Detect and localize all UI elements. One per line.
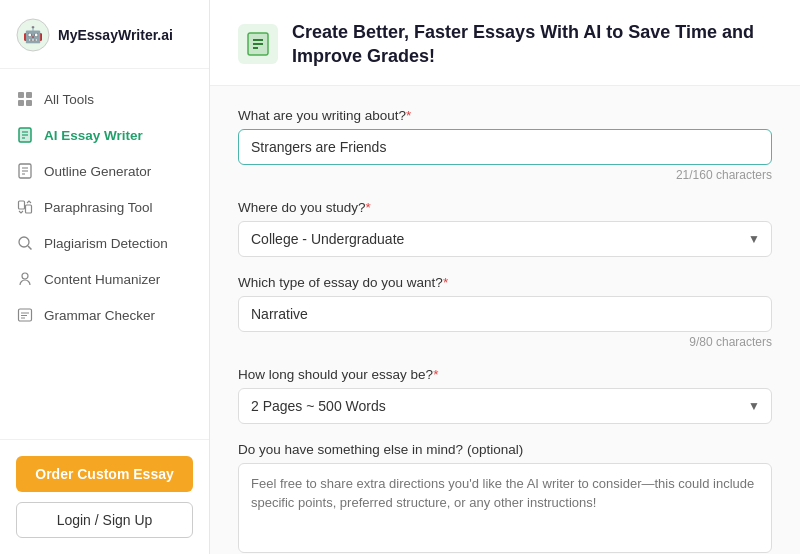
sidebar-item-paraphrasing-tool[interactable]: Paraphrasing Tool <box>0 189 209 225</box>
page-title: Create Better, Faster Essays With AI to … <box>292 20 772 69</box>
paraphrasing-tool-icon <box>16 198 34 216</box>
svg-rect-15 <box>19 201 25 209</box>
essay-type-input[interactable] <box>238 296 772 332</box>
sidebar: 🤖 MyEssayWriter.ai All Tools AI Essay Wr… <box>0 0 210 554</box>
ai-essay-writer-icon <box>16 126 34 144</box>
sidebar-item-plagiarism-detection[interactable]: Plagiarism Detection <box>0 225 209 261</box>
all-tools-icon <box>16 90 34 108</box>
sidebar-label-grammar-checker: Grammar Checker <box>44 308 155 323</box>
sidebar-label-ai-essay-writer: AI Essay Writer <box>44 128 143 143</box>
sidebar-nav: All Tools AI Essay Writer Outline Genera… <box>0 69 209 439</box>
study-select[interactable]: High School College - Undergraduate Grad… <box>238 221 772 257</box>
svg-rect-2 <box>18 92 24 98</box>
essay-type-group: Which type of essay do you want?* 9/80 c… <box>238 275 772 349</box>
sidebar-item-ai-essay-writer[interactable]: AI Essay Writer <box>0 117 209 153</box>
logo-icon: 🤖 <box>16 18 50 52</box>
extra-label: Do you have something else in mind? (opt… <box>238 442 772 457</box>
sidebar-label-plagiarism-detection: Plagiarism Detection <box>44 236 168 251</box>
essay-type-label: Which type of essay do you want?* <box>238 275 772 290</box>
extra-group: Do you have something else in mind? (opt… <box>238 442 772 554</box>
svg-point-19 <box>22 273 28 279</box>
topic-group: What are you writing about?* 21/160 char… <box>238 108 772 182</box>
outline-generator-icon <box>16 162 34 180</box>
topic-input[interactable] <box>238 129 772 165</box>
study-label: Where do you study?* <box>238 200 772 215</box>
topic-char-count: 21/160 characters <box>238 168 772 182</box>
sidebar-item-all-tools[interactable]: All Tools <box>0 81 209 117</box>
topic-required: * <box>406 108 411 123</box>
study-select-wrapper: High School College - Undergraduate Grad… <box>238 221 772 257</box>
content-humanizer-icon <box>16 270 34 288</box>
sidebar-item-grammar-checker[interactable]: Grammar Checker <box>0 297 209 333</box>
svg-rect-4 <box>18 100 24 106</box>
sidebar-item-content-humanizer[interactable]: Content Humanizer <box>0 261 209 297</box>
essay-length-group: How long should your essay be?* 1 Page ~… <box>238 367 772 424</box>
form-area: What are you writing about?* 21/160 char… <box>210 86 800 554</box>
main-content: Create Better, Faster Essays With AI to … <box>210 0 800 554</box>
logo: 🤖 MyEssayWriter.ai <box>0 0 209 69</box>
sidebar-footer: Order Custom Essay Login / Sign Up <box>0 439 209 554</box>
svg-text:🤖: 🤖 <box>23 25 43 44</box>
svg-rect-3 <box>26 92 32 98</box>
sidebar-item-outline-generator[interactable]: Outline Generator <box>0 153 209 189</box>
main-header-icon <box>238 24 278 64</box>
sidebar-label-outline-generator: Outline Generator <box>44 164 151 179</box>
grammar-checker-icon <box>16 306 34 324</box>
main-header: Create Better, Faster Essays With AI to … <box>210 0 800 86</box>
plagiarism-detection-icon <box>16 234 34 252</box>
length-label: How long should your essay be?* <box>238 367 772 382</box>
svg-line-18 <box>28 246 32 250</box>
topic-label: What are you writing about?* <box>238 108 772 123</box>
length-select-wrapper: 1 Page ~ 250 Words 2 Pages ~ 500 Words 3… <box>238 388 772 424</box>
svg-rect-5 <box>26 100 32 106</box>
svg-point-17 <box>19 237 29 247</box>
svg-rect-16 <box>26 205 32 213</box>
sidebar-label-all-tools: All Tools <box>44 92 94 107</box>
sidebar-label-paraphrasing-tool: Paraphrasing Tool <box>44 200 153 215</box>
sidebar-label-content-humanizer: Content Humanizer <box>44 272 160 287</box>
essay-type-required: * <box>443 275 448 290</box>
extra-textarea[interactable] <box>238 463 772 553</box>
study-level-group: Where do you study?* High School College… <box>238 200 772 257</box>
study-required: * <box>366 200 371 215</box>
length-select[interactable]: 1 Page ~ 250 Words 2 Pages ~ 500 Words 3… <box>238 388 772 424</box>
length-required: * <box>433 367 438 382</box>
order-custom-essay-button[interactable]: Order Custom Essay <box>16 456 193 492</box>
logo-text: MyEssayWriter.ai <box>58 27 173 43</box>
login-signup-button[interactable]: Login / Sign Up <box>16 502 193 538</box>
essay-type-char-count: 9/80 characters <box>238 335 772 349</box>
